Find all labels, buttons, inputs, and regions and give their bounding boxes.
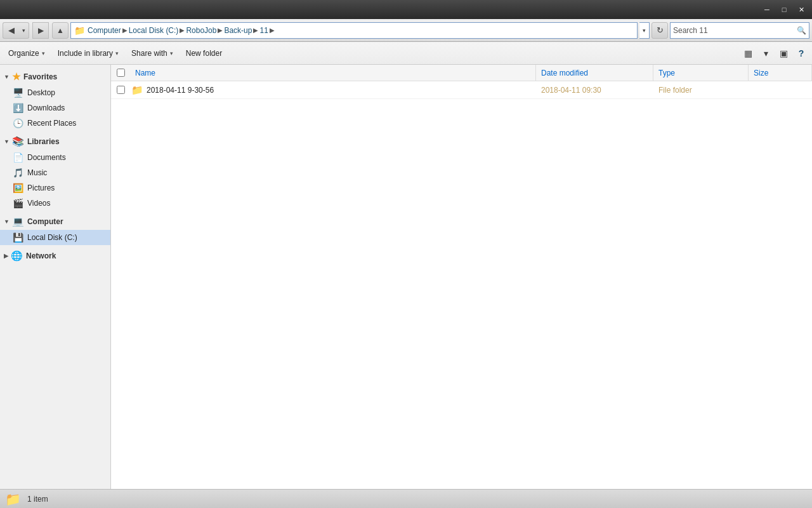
pane-button[interactable]: ▣ <box>775 45 792 62</box>
path-dropdown-button[interactable]: ▾ <box>639 22 650 39</box>
favorites-section: ▼ ★ Favorites 🖥️ Desktop ⬇️ Downloads 🕒 <box>0 69 110 131</box>
organize-button[interactable]: Organize ▾ <box>3 44 51 62</box>
share-with-label: Share with <box>131 49 167 58</box>
libraries-header[interactable]: ▼ 📚 Libraries <box>0 133 110 150</box>
include-library-button[interactable]: Include in library ▾ <box>52 44 124 62</box>
select-all-checkbox[interactable] <box>117 69 125 77</box>
sidebar-item-videos[interactable]: 🎬 Videos <box>0 196 110 211</box>
breadcrumb-localdisk[interactable]: Local Disk (C:) <box>129 26 179 35</box>
breadcrumb-robojob[interactable]: RoboJob <box>186 26 216 35</box>
content-area: Name Date modified Type Size 📁 2018-04-1… <box>111 65 812 489</box>
breadcrumb-arrow-5: ▶ <box>270 27 275 34</box>
breadcrumb-11[interactable]: 11 <box>259 26 268 35</box>
minimize-button[interactable]: ─ <box>759 3 775 16</box>
localdisk-icon: 💾 <box>11 232 24 243</box>
breadcrumb-computer[interactable]: Computer <box>88 26 121 35</box>
sidebar: ▼ ★ Favorites 🖥️ Desktop ⬇️ Downloads 🕒 <box>0 65 111 489</box>
sidebar-item-recent[interactable]: 🕒 Recent Places <box>0 116 110 131</box>
toolbar-right: ▦ ▾ ▣ ? <box>740 45 809 62</box>
status-item-count: 1 item <box>27 495 48 504</box>
computer-header[interactable]: ▼ 💻 Computer <box>0 213 110 230</box>
file-list: 📁 2018-04-11 9-30-56 2018-04-11 09:30 Fi… <box>111 81 812 99</box>
main-container: ▼ ★ Favorites 🖥️ Desktop ⬇️ Downloads 🕒 <box>0 65 812 489</box>
view-button[interactable]: ▦ <box>740 45 756 62</box>
breadcrumb-arrow-2: ▶ <box>180 27 185 34</box>
computer-label: Computer <box>27 217 63 226</box>
maximize-button[interactable]: □ <box>776 3 792 16</box>
organize-label: Organize <box>8 49 39 58</box>
favorites-header[interactable]: ▼ ★ Favorites <box>0 69 110 85</box>
sidebar-videos-label: Videos <box>27 199 50 208</box>
search-input[interactable] <box>673 26 797 35</box>
videos-icon: 🎬 <box>11 197 24 209</box>
status-folder-icon: 📁 <box>5 491 21 507</box>
help-button[interactable]: ? <box>793 45 809 62</box>
downloads-icon: ⬇️ <box>11 102 24 114</box>
share-arrow: ▾ <box>170 50 173 57</box>
toolbar: Organize ▾ Include in library ▾ Share wi… <box>0 42 812 65</box>
forward-button[interactable]: ▶ <box>32 22 49 39</box>
row-checkbox-cell <box>111 86 130 94</box>
libraries-label: Libraries <box>27 137 60 146</box>
music-icon: 🎵 <box>11 167 24 178</box>
table-row[interactable]: 📁 2018-04-11 9-30-56 2018-04-11 09:30 Fi… <box>111 81 812 99</box>
desktop-icon: 🖥️ <box>11 87 24 98</box>
sidebar-pictures-label: Pictures <box>27 184 55 192</box>
network-header[interactable]: ▶ 🌐 Network <box>0 248 110 264</box>
include-library-label: Include in library <box>58 49 113 58</box>
sidebar-downloads-label: Downloads <box>27 104 65 112</box>
sidebar-item-desktop[interactable]: 🖥️ Desktop <box>0 85 110 100</box>
path-icon: 📁 <box>74 25 85 36</box>
path-bar: 📁 Computer ▶ Local Disk (C:) ▶ RoboJob ▶… <box>70 22 638 39</box>
sidebar-item-downloads[interactable]: ⬇️ Downloads <box>0 100 110 116</box>
view-dropdown-button[interactable]: ▾ <box>757 45 774 62</box>
network-icon: 🌐 <box>11 250 23 262</box>
favorites-expand-icon: ▼ <box>4 74 10 80</box>
computer-section: ▼ 💻 Computer 💾 Local Disk (C:) <box>0 213 110 245</box>
recent-places-icon: 🕒 <box>11 117 24 129</box>
breadcrumb-arrow-3: ▶ <box>218 27 223 34</box>
computer-expand-icon: ▼ <box>4 218 10 225</box>
favorites-label: Favorites <box>23 72 57 81</box>
search-box: 🔍 <box>670 22 809 39</box>
favorites-star-icon: ★ <box>12 71 20 83</box>
breadcrumb-arrow-4: ▶ <box>253 27 258 34</box>
check-all-column <box>111 69 130 77</box>
sidebar-item-pictures[interactable]: 🖼️ Pictures <box>0 180 110 196</box>
status-bar: 📁 1 item <box>0 489 812 508</box>
share-with-button[interactable]: Share with ▾ <box>126 44 179 62</box>
sidebar-music-label: Music <box>27 168 47 177</box>
libraries-section: ▼ 📚 Libraries 📄 Documents 🎵 Music 🖼️ <box>0 133 110 211</box>
documents-icon: 📄 <box>11 152 24 163</box>
up-button[interactable]: ▲ <box>52 22 69 39</box>
network-section: ▶ 🌐 Network <box>0 248 110 264</box>
back-dropdown-button[interactable]: ▾ <box>19 22 29 39</box>
file-date: 2018-04-11 09:30 <box>536 86 653 95</box>
computer-icon: 💻 <box>12 216 24 227</box>
column-header-name[interactable]: Name <box>130 65 536 81</box>
row-checkbox[interactable] <box>117 86 125 94</box>
pictures-icon: 🖼️ <box>11 182 24 194</box>
breadcrumb-arrow-1: ▶ <box>122 27 128 34</box>
sidebar-item-localdisk[interactable]: 💾 Local Disk (C:) <box>0 230 110 245</box>
new-folder-button[interactable]: New folder <box>180 44 228 62</box>
close-button[interactable]: ✕ <box>793 3 809 16</box>
sidebar-item-documents[interactable]: 📄 Documents <box>0 150 110 165</box>
breadcrumb-backup[interactable]: Back-up <box>224 26 252 35</box>
column-headers: Name Date modified Type Size <box>111 65 812 81</box>
column-header-size[interactable]: Size <box>749 65 812 81</box>
refresh-button[interactable]: ↻ <box>652 22 668 39</box>
organize-arrow: ▾ <box>42 50 45 57</box>
title-bar: ─ □ ✕ <box>0 0 812 19</box>
search-icon: 🔍 <box>797 26 806 35</box>
file-type: File folder <box>653 86 749 95</box>
column-header-type[interactable]: Type <box>653 65 749 81</box>
file-icon: 📁 <box>130 84 144 96</box>
sidebar-item-music[interactable]: 🎵 Music <box>0 165 110 180</box>
back-button[interactable]: ◀ <box>3 22 19 39</box>
new-folder-label: New folder <box>186 49 222 58</box>
include-arrow: ▾ <box>115 50 119 57</box>
network-label: Network <box>26 251 56 260</box>
column-header-date[interactable]: Date modified <box>536 65 653 81</box>
sidebar-documents-label: Documents <box>27 153 66 162</box>
